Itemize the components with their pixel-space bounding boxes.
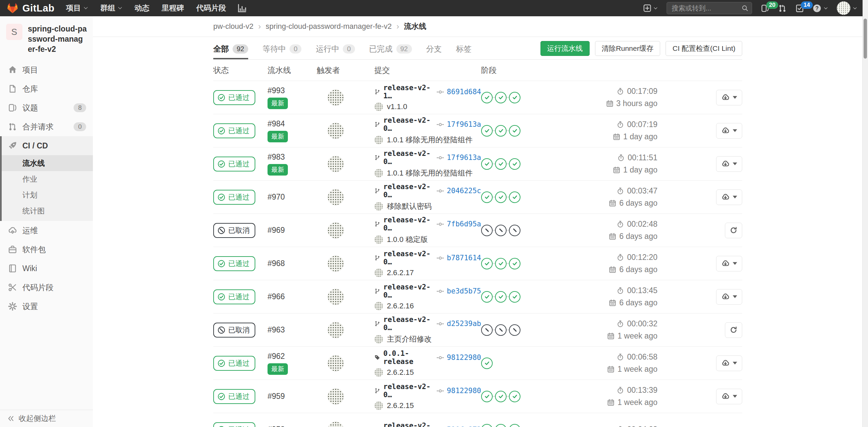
trigger-avatar[interactable]: [328, 355, 344, 371]
merge-requests-shortcut[interactable]: [778, 4, 787, 13]
artifacts-download-button[interactable]: [716, 289, 742, 305]
stage-passed-icon[interactable]: [509, 125, 520, 137]
tab-4[interactable]: 分支: [426, 40, 442, 59]
commit-sha-link[interactable]: 510fc872: [447, 426, 481, 427]
breadcrumb-project-link[interactable]: spring-cloud-password-manager-fe-v2: [266, 22, 392, 31]
stage-passed-icon[interactable]: [495, 291, 507, 303]
commit-message-link[interactable]: 2.6.2.15: [387, 368, 414, 377]
gitlab-logo[interactable]: GitLab: [7, 2, 55, 14]
commit-message-link[interactable]: 1.0.1 移除无用的登陆组件: [387, 168, 473, 178]
sidebar-item-issues[interactable]: 议题 8: [0, 98, 93, 117]
retry-pipeline-button[interactable]: [725, 322, 742, 338]
pipeline-id-link[interactable]: #983: [268, 152, 285, 162]
stage-passed-icon[interactable]: [481, 358, 493, 369]
sidebar-item-pipelines[interactable]: 流水线: [0, 155, 93, 171]
pipeline-id-link[interactable]: #959: [268, 392, 285, 401]
nav-item-3[interactable]: 里程碑: [162, 3, 184, 13]
sidebar-item-jobs[interactable]: 作业: [0, 171, 93, 187]
stage-passed-icon[interactable]: [509, 158, 520, 170]
stage-passed-icon[interactable]: [495, 92, 507, 103]
sidebar-item-schedules[interactable]: 计划: [0, 187, 93, 203]
pipeline-status-badge[interactable]: 已通过: [213, 90, 255, 105]
stage-passed-icon[interactable]: [509, 391, 520, 402]
tab-1[interactable]: 等待中0: [262, 40, 301, 59]
tab-0[interactable]: 全部92: [213, 40, 248, 59]
pipeline-status-badge[interactable]: 已通过: [213, 256, 255, 271]
commit-message-link[interactable]: 1.0.0 稳定版: [387, 235, 428, 245]
stage-passed-icon[interactable]: [495, 191, 507, 203]
breadcrumb-group-link[interactable]: pw-cloud-v2: [213, 22, 254, 31]
trigger-avatar[interactable]: [328, 422, 344, 427]
commit-message-link[interactable]: 2.6.2.16: [387, 302, 414, 310]
commit-sha-link[interactable]: be3d5b75: [447, 287, 481, 295]
stage-passed-icon[interactable]: [481, 291, 493, 303]
sidebar-item-wiki[interactable]: Wiki: [0, 259, 93, 278]
pipeline-status-badge[interactable]: 已通过: [213, 157, 255, 171]
nav-item-0[interactable]: 项目: [66, 3, 88, 13]
nav-item-2[interactable]: 动态: [135, 3, 150, 13]
help-menu[interactable]: ?: [813, 4, 828, 13]
artifacts-download-button[interactable]: [716, 189, 742, 205]
commit-message-link[interactable]: v1.1.0: [387, 102, 407, 111]
scrollbar-thumb[interactable]: [864, 19, 867, 59]
page-scrollbar[interactable]: [862, 0, 868, 427]
stage-passed-icon[interactable]: [481, 158, 493, 170]
pipeline-status-badge[interactable]: 已通过: [213, 389, 255, 404]
pipeline-status-badge[interactable]: 已通过: [213, 289, 255, 304]
search-icon[interactable]: [742, 5, 748, 12]
nav-item-4[interactable]: 代码片段: [196, 3, 226, 13]
commit-sha-link[interactable]: 98122980: [447, 353, 481, 362]
ref-link[interactable]: release-v2-0…: [383, 250, 432, 266]
commit-sha-link[interactable]: 98122980: [447, 387, 481, 395]
sidebar-item-charts[interactable]: 统计图: [0, 203, 93, 221]
stage-canceled-icon[interactable]: [509, 324, 520, 336]
pipeline-status-badge[interactable]: 已通过: [213, 356, 255, 371]
ref-link[interactable]: release-v2-0…: [383, 383, 432, 399]
ref-link[interactable]: release-v2-0…: [383, 422, 432, 427]
pipeline-status-badge[interactable]: 已通过: [213, 422, 255, 427]
retry-pipeline-button[interactable]: [725, 223, 742, 238]
commit-sha-link[interactable]: 17f9613a: [447, 154, 481, 162]
commit-sha-link[interactable]: 2046225c: [447, 187, 481, 195]
sidebar-item-snippets[interactable]: 代码片段: [0, 278, 93, 297]
ref-link[interactable]: release-v2-0…: [383, 183, 432, 199]
stage-passed-icon[interactable]: [481, 391, 493, 402]
ref-link[interactable]: release-v2-1…: [383, 84, 432, 100]
commit-message-link[interactable]: 移除默认密码: [387, 201, 432, 211]
tab-3[interactable]: 已完成92: [369, 40, 412, 59]
clear-runner-cache-button[interactable]: 清除Runner缓存: [595, 41, 660, 56]
stage-canceled-icon[interactable]: [481, 225, 493, 236]
trigger-avatar[interactable]: [328, 322, 344, 338]
stage-canceled-icon[interactable]: [495, 225, 507, 236]
pipeline-id-link[interactable]: #962: [268, 352, 285, 361]
stage-passed-icon[interactable]: [509, 258, 520, 269]
commit-sha-link[interactable]: 8691d684: [447, 88, 481, 96]
commit-message-link[interactable]: 1.0.1 移除无用的登陆组件: [387, 135, 473, 145]
new-menu-button[interactable]: [643, 4, 658, 12]
pipeline-status-badge[interactable]: 已取消: [213, 323, 255, 338]
ref-link[interactable]: release-v2-0…: [383, 216, 432, 232]
pipeline-id-link[interactable]: #993: [268, 86, 285, 95]
commit-sha-link[interactable]: d25239ab: [447, 320, 481, 328]
pipeline-status-badge[interactable]: 已通过: [213, 123, 255, 138]
trigger-avatar[interactable]: [328, 289, 344, 305]
nav-item-1[interactable]: 群组: [100, 3, 122, 13]
trigger-avatar[interactable]: [328, 256, 344, 272]
artifacts-download-button[interactable]: [716, 90, 742, 105]
sidebar-item-settings[interactable]: 设置: [0, 297, 93, 316]
commit-message-link[interactable]: 2.6.2.17: [387, 268, 414, 277]
stage-passed-icon[interactable]: [495, 158, 507, 170]
sidebar-item-operations[interactable]: 运维: [0, 221, 93, 240]
sidebar-item-cicd[interactable]: CI / CD: [0, 136, 93, 155]
pipeline-id-link[interactable]: #963: [268, 325, 285, 334]
stage-passed-icon[interactable]: [495, 391, 507, 402]
pipeline-id-link[interactable]: #958: [268, 425, 285, 427]
ref-link[interactable]: release-v2-0…: [383, 283, 432, 299]
stage-passed-icon[interactable]: [481, 191, 493, 203]
stage-canceled-icon[interactable]: [509, 225, 520, 236]
pipeline-status-badge[interactable]: 已通过: [213, 190, 255, 205]
sidebar-item-overview[interactable]: 项目: [0, 60, 93, 79]
trigger-avatar[interactable]: [328, 388, 344, 405]
artifacts-download-button[interactable]: [716, 389, 742, 404]
ci-lint-button[interactable]: CI 配置检查(CI Lint): [666, 41, 742, 56]
